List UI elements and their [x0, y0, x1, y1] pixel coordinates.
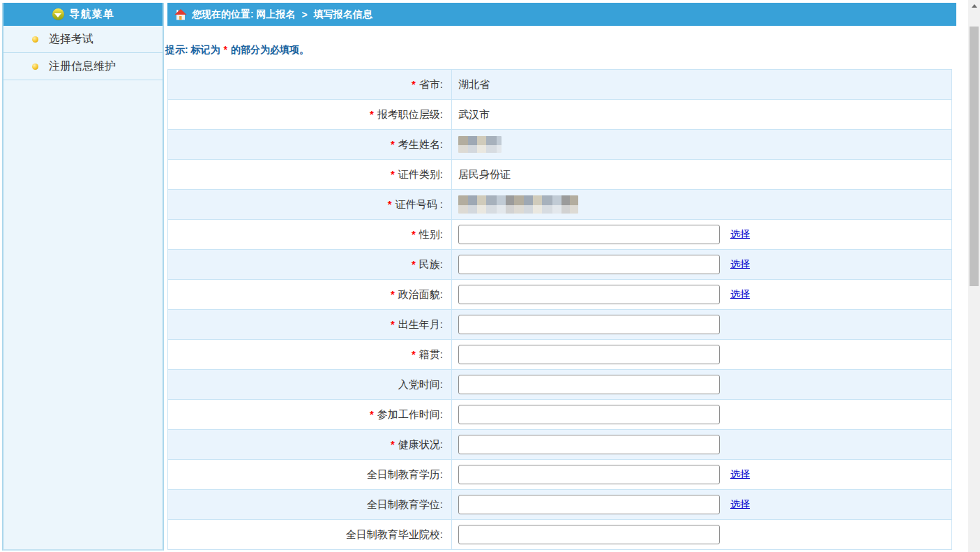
- row-label: 籍贯:: [419, 348, 443, 360]
- row-value-cell: [452, 400, 952, 430]
- table-row: 全日制教育学历: 选择: [168, 460, 952, 490]
- province-value: 湖北省: [458, 78, 490, 90]
- sidebar-item-label: 选择考试: [49, 32, 93, 47]
- row-label-cell: 入党时间:: [168, 370, 452, 400]
- table-row: 入党时间:: [168, 370, 952, 400]
- scroll-up-button[interactable]: [968, 0, 980, 12]
- row-label-cell: 全日制教育毕业院校:: [168, 520, 452, 550]
- breadcrumb-prefix: 您现在的位置:: [192, 8, 254, 21]
- row-label: 入党时间:: [398, 378, 443, 390]
- required-star: *: [391, 168, 395, 180]
- row-label: 民族:: [419, 258, 443, 270]
- row-value-cell: [452, 190, 952, 220]
- native-place-input[interactable]: [458, 345, 720, 364]
- row-label-cell: 全日制教育学位:: [168, 490, 452, 520]
- row-value-cell: 选择: [452, 280, 952, 310]
- row-label: 证件号码 :: [395, 198, 443, 210]
- sidebar-title: 导航菜单: [70, 8, 114, 21]
- required-star: *: [391, 318, 395, 330]
- table-row: *证件号码 :: [168, 190, 952, 220]
- row-value-cell: [452, 520, 952, 550]
- tip-text-before: 提示: 标记为: [165, 44, 220, 55]
- row-value-cell: 选择: [452, 250, 952, 280]
- required-star: *: [412, 258, 416, 270]
- row-label-cell: *政治面貌:: [168, 280, 452, 310]
- row-label-cell: *民族:: [168, 250, 452, 280]
- row-label: 报考职位层级:: [377, 108, 443, 120]
- chevron-down-circle-icon: [52, 8, 64, 20]
- fulltime-education-select-link[interactable]: 选择: [730, 468, 750, 479]
- row-label-cell: *健康状况:: [168, 430, 452, 460]
- row-value-cell: [452, 430, 952, 460]
- row-label-cell: *出生年月:: [168, 310, 452, 340]
- fulltime-school-input[interactable]: [458, 525, 720, 544]
- health-status-input[interactable]: [458, 435, 720, 454]
- row-value-cell: 选择: [452, 220, 952, 250]
- sidebar-item-select-exam[interactable]: 选择考试: [3, 26, 163, 53]
- navigation-sidebar: 导航菜单 选择考试 注册信息维护: [2, 3, 164, 551]
- row-value-cell: [452, 130, 952, 160]
- row-label: 省市:: [419, 78, 443, 90]
- registration-form-table: *省市: 湖北省 *报考职位层级: 武汉市 *考生姓名: *证件类别: 居民身份…: [167, 69, 952, 550]
- required-star: *: [412, 228, 416, 240]
- row-value-cell: [452, 310, 952, 340]
- party-join-date-input[interactable]: [458, 375, 720, 394]
- table-row: *籍贯:: [168, 340, 952, 370]
- required-star: *: [412, 78, 416, 90]
- work-start-date-input[interactable]: [458, 405, 720, 424]
- table-row: *参加工作时间:: [168, 400, 952, 430]
- required-star: *: [391, 288, 395, 300]
- breadcrumb-separator: >: [302, 9, 308, 20]
- table-row: *证件类别: 居民身份证: [168, 160, 952, 190]
- gender-select-link[interactable]: 选择: [730, 228, 750, 239]
- required-star: *: [412, 348, 416, 360]
- required-star: *: [370, 408, 374, 420]
- id-type-value: 居民身份证: [458, 168, 511, 180]
- required-star: *: [370, 108, 374, 120]
- required-fields-tip: 提示: 标记为*的部分为必填项。: [165, 44, 309, 57]
- row-label: 性别:: [419, 228, 443, 240]
- table-row: 全日制教育毕业院校:: [168, 520, 952, 550]
- id-number-redacted-value: [458, 195, 578, 214]
- fulltime-degree-input[interactable]: [458, 495, 720, 514]
- row-value-cell: 选择: [452, 490, 952, 520]
- scrollbar-thumb[interactable]: [970, 27, 979, 286]
- row-label: 证件类别:: [398, 168, 443, 180]
- breadcrumb-current-page: 填写报名信息: [314, 8, 372, 21]
- row-label-cell: *性别:: [168, 220, 452, 250]
- fulltime-education-input[interactable]: [458, 465, 720, 484]
- tip-text-after: 的部分为必填项。: [231, 44, 309, 55]
- ethnicity-input[interactable]: [458, 255, 720, 274]
- table-row: *省市: 湖北省: [168, 70, 952, 100]
- birth-date-input[interactable]: [458, 315, 720, 334]
- tip-required-star: *: [224, 44, 227, 55]
- row-label: 参加工作时间:: [377, 408, 443, 420]
- fulltime-degree-select-link[interactable]: 选择: [730, 498, 750, 509]
- row-label-cell: *证件类别:: [168, 160, 452, 190]
- row-label: 考生姓名:: [398, 138, 443, 150]
- political-status-input[interactable]: [458, 285, 720, 304]
- sidebar-item-registration-info[interactable]: 注册信息维护: [3, 53, 163, 80]
- row-label: 政治面貌:: [398, 288, 443, 300]
- row-label: 全日制教育毕业院校:: [346, 528, 443, 540]
- political-status-select-link[interactable]: 选择: [730, 288, 750, 299]
- row-value-cell: [452, 370, 952, 400]
- vertical-scrollbar[interactable]: [968, 0, 980, 552]
- gender-input[interactable]: [458, 225, 720, 244]
- form-table-body: *省市: 湖北省 *报考职位层级: 武汉市 *考生姓名: *证件类别: 居民身份…: [168, 70, 952, 550]
- candidate-name-redacted-value: [458, 136, 502, 153]
- row-label-cell: *省市:: [168, 70, 452, 100]
- row-label-cell: *籍贯:: [168, 340, 452, 370]
- breadcrumb-path-online-registration: 网上报名: [257, 8, 296, 21]
- breadcrumb: 您现在的位置: 网上报名 > 填写报名信息: [167, 3, 956, 26]
- table-row: *出生年月:: [168, 310, 952, 340]
- required-star: *: [388, 198, 392, 210]
- table-row: *考生姓名:: [168, 130, 952, 160]
- row-value-cell: 湖北省: [452, 70, 952, 100]
- ethnicity-select-link[interactable]: 选择: [730, 258, 750, 269]
- row-label: 全日制教育学位:: [367, 498, 443, 510]
- row-label-cell: *证件号码 :: [168, 190, 452, 220]
- row-value-cell: [452, 340, 952, 370]
- row-label-cell: *报考职位层级:: [168, 100, 452, 130]
- sidebar-header: 导航菜单: [3, 3, 163, 26]
